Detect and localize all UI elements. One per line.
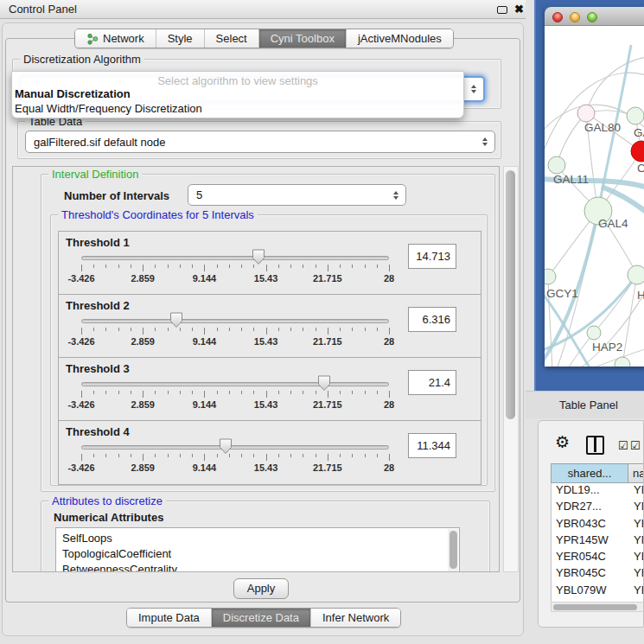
interval-definition-group: Interval Definition Number of Intervals …	[41, 174, 495, 492]
slider-tick-labels: -3.4262.8599.14415.4321.71528	[81, 273, 389, 285]
attributes-group-title: Attributes to discretize	[48, 494, 166, 507]
threshold-1-value-field[interactable]: 14.713	[408, 244, 456, 269]
network-node-gcy1[interactable]	[545, 269, 556, 284]
network-window: GAL80GACGAL11GAL4GCY1HHAP2	[545, 7, 644, 367]
gear-icon[interactable]: ⚙	[555, 433, 570, 450]
column-header-name[interactable]: name	[628, 463, 644, 483]
tab-cyni-toolbox[interactable]: Cyni Toolbox	[259, 29, 347, 48]
table-row[interactable]: YPR145WYPR1	[552, 533, 644, 550]
tick-mark	[93, 265, 94, 268]
table-row[interactable]: YDR27...YDR2	[552, 500, 644, 516]
tick-mark	[278, 391, 279, 394]
threshold-label: Threshold 3	[66, 362, 130, 375]
cyni-bottom-tabbar: Impute DataDiscretize DataInfer Network	[126, 608, 401, 628]
checkbox-icon[interactable]: ☑	[630, 439, 641, 452]
network-node-h[interactable]	[628, 265, 644, 284]
network-canvas[interactable]: GAL80GACGAL11GAL4GCY1HHAP2	[545, 26, 644, 367]
tick-mark	[328, 454, 328, 461]
table-data-combobox[interactable]: galFiltered.sif default node	[25, 131, 495, 153]
table-row[interactable]: YBR045CYBR0	[552, 566, 644, 583]
tick-mark	[316, 454, 316, 457]
tick-mark	[290, 454, 291, 457]
bottom-tab-discretize-data[interactable]: Discretize Data	[212, 609, 311, 627]
threshold-rows-container: Threshold 1-3.4262.8599.14415.4321.71528…	[58, 231, 481, 485]
zoom-traffic-light-icon[interactable]	[587, 12, 597, 22]
tab-jactivemnodules[interactable]: jActiveMNodules	[347, 29, 453, 48]
threshold-2-value-field[interactable]: 6.316	[408, 307, 456, 332]
close-traffic-light-icon[interactable]	[552, 12, 563, 22]
settings-scrollbar[interactable]	[503, 166, 519, 572]
network-window-titlebar[interactable]	[545, 7, 644, 26]
network-node-bottom[interactable]	[615, 357, 630, 367]
tick-mark	[131, 391, 131, 394]
tick-mark	[180, 391, 181, 394]
threshold-4-value-field[interactable]: 11.344	[408, 433, 456, 458]
tick-mark	[229, 391, 230, 394]
tick-mark	[389, 391, 390, 398]
tick-mark	[155, 328, 156, 331]
network-node-hap2[interactable]	[587, 326, 601, 340]
tick-mark	[328, 391, 328, 398]
table-row[interactable]: YBL079WYBL0	[552, 583, 644, 600]
network-node-gal80[interactable]	[577, 105, 595, 122]
tick-mark	[192, 391, 193, 394]
checkbox-icon[interactable]: ☑	[618, 439, 628, 452]
split-columns-icon[interactable]	[586, 436, 604, 455]
threshold-4-slider-track[interactable]	[81, 445, 389, 450]
column-header-shared-[interactable]: shared...	[551, 463, 628, 483]
close-icon[interactable]: ✖	[514, 3, 524, 16]
table-panel-header: Table Panel	[526, 391, 644, 418]
number-of-intervals-combobox[interactable]: 5	[188, 184, 406, 206]
tab-style[interactable]: Style	[156, 29, 205, 48]
slider-ticks	[81, 328, 389, 335]
threshold-4-slider-thumb[interactable]	[219, 438, 233, 455]
table-row[interactable]: YER054CYER0	[552, 550, 644, 566]
threshold-1-slider-thumb[interactable]	[252, 249, 265, 265]
attribute-item-betweennesscentrality[interactable]: BetweennessCentrality	[56, 562, 459, 572]
float-window-icon[interactable]	[497, 6, 507, 14]
table-row[interactable]: YDL19...YDL1	[552, 483, 644, 500]
threshold-3-slider-track[interactable]	[81, 382, 389, 386]
bottom-tab-infer-network[interactable]: Infer Network	[311, 609, 400, 627]
apply-button[interactable]: Apply	[233, 578, 289, 599]
threshold-3-value-field[interactable]: 21.4	[408, 370, 456, 395]
table-horizontal-scrollbar[interactable]	[551, 602, 644, 612]
network-node-label: GA	[634, 126, 644, 139]
tick-mark	[93, 454, 94, 457]
network-graph: GAL80GACGAL11GAL4GCY1HHAP2	[545, 26, 644, 367]
tab-network[interactable]: Network	[75, 29, 156, 48]
tick-mark	[389, 328, 390, 335]
attribute-item-selfloops[interactable]: SelfLoops	[56, 531, 459, 546]
slider-ticks	[81, 454, 389, 462]
tick-mark	[105, 265, 106, 268]
algorithm-option-manual-discretization[interactable]: Manual Discretization	[12, 87, 463, 102]
algorithm-option-equal-width-frequency-discretization[interactable]: Equal Width/Frequency Discretization	[12, 102, 463, 117]
bottom-tab-label: Impute Data	[138, 611, 200, 624]
network-node-ga[interactable]	[627, 107, 644, 124]
tick-mark	[217, 265, 218, 268]
tick-label: 2.859	[131, 336, 155, 347]
threshold-2-slider-thumb[interactable]	[169, 312, 183, 328]
attributes-list-scrollbar[interactable]	[448, 529, 458, 572]
network-node-red-node[interactable]	[631, 141, 644, 162]
threshold-label: Threshold 1	[66, 236, 130, 249]
threshold-2-slider-track[interactable]	[81, 319, 389, 323]
minimize-traffic-light-icon[interactable]	[570, 12, 580, 22]
threshold-3-slider-thumb[interactable]	[317, 375, 331, 392]
threshold-1-slider-track[interactable]	[81, 256, 389, 260]
table-row[interactable]: YBR043CYBR0	[552, 517, 644, 533]
bottom-tab-label: Discretize Data	[223, 611, 299, 624]
cell-shared-name: YDR27...	[552, 500, 628, 516]
bottom-tab-impute-data[interactable]: Impute Data	[127, 609, 212, 627]
tick-label: 28	[384, 399, 394, 410]
attribute-item-topologicalcoefficient[interactable]: TopologicalCoefficient	[56, 546, 459, 562]
cell-shared-name: YBR045C	[552, 566, 628, 583]
combo-arrows-icon	[482, 137, 488, 146]
tick-mark	[266, 454, 267, 461]
tab-select[interactable]: Select	[205, 29, 259, 48]
table-data-group: Table Data galFiltered.sif default node	[17, 121, 501, 159]
tick-mark	[180, 454, 181, 457]
tick-mark	[204, 454, 205, 461]
network-node-gal11[interactable]	[548, 156, 565, 174]
thresholds-coordinates-title: Threshold's Coordinates for 5 Intervals	[58, 208, 258, 221]
